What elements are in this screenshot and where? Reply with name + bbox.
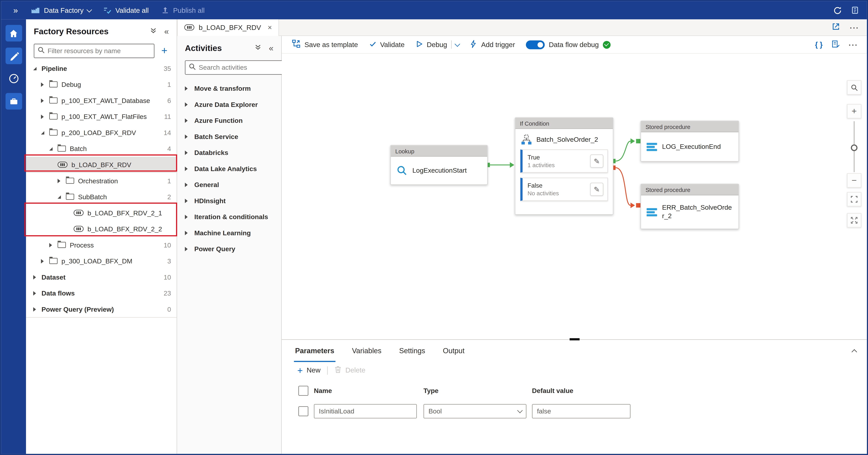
tree-item-pipeline[interactable]: Pipeline 35 <box>26 60 177 76</box>
activities-search-input[interactable] <box>199 64 284 71</box>
delete-parameter-button[interactable]: Delete <box>334 365 366 375</box>
select-all-checkbox[interactable] <box>298 386 308 396</box>
chevron-collapsed-icon[interactable] <box>33 289 41 297</box>
zoom-slider-thumb[interactable] <box>851 144 858 151</box>
chevron-collapsed-icon[interactable] <box>185 229 193 236</box>
add-resource-button[interactable]: + <box>158 44 171 58</box>
chevron-collapsed-icon[interactable] <box>185 245 193 252</box>
tree-item-orchestration[interactable]: Orchestration 1 <box>26 173 177 189</box>
author-nav-button[interactable] <box>5 47 22 64</box>
fit-to-screen-button[interactable] <box>847 192 861 206</box>
chevron-expanded-icon[interactable] <box>33 65 41 72</box>
zoom-in-button[interactable]: + <box>847 104 861 119</box>
tree-item-data-flows[interactable]: Data flows 23 <box>26 285 177 301</box>
tree-item-process[interactable]: Process 10 <box>26 237 177 253</box>
collapse-panel-icon[interactable]: « <box>269 43 273 52</box>
chevron-collapsed-icon[interactable] <box>185 165 193 172</box>
zoom-out-button[interactable]: − <box>847 173 861 188</box>
tree-item-b-load-bfx-rdv-2-2[interactable]: b_LOAD_BFX_RDV_2_2 <box>26 221 177 237</box>
chevron-collapsed-icon[interactable] <box>41 113 49 120</box>
collapse-panel-icon[interactable]: « <box>164 27 169 35</box>
chevron-collapsed-icon[interactable] <box>185 117 193 124</box>
debug-dropdown-icon[interactable] <box>455 41 460 46</box>
activity-node-if-condition[interactable]: If Condition Batch_SolveOrder_2 <box>515 117 613 215</box>
activity-category-hdinsight[interactable]: HDInsight <box>177 193 281 209</box>
chevron-collapsed-icon[interactable] <box>41 97 49 104</box>
save-as-template-button[interactable]: Save as template <box>292 39 358 50</box>
chevron-collapsed-icon[interactable] <box>185 149 193 156</box>
tree-item-p-100-ext-awlt-database[interactable]: p_100_EXT_AWLT_Database 6 <box>26 92 177 108</box>
tree-item-dataset[interactable]: Dataset 10 <box>26 269 177 285</box>
chevron-collapsed-icon[interactable] <box>185 197 193 204</box>
chevron-collapsed-icon[interactable] <box>185 181 193 188</box>
activity-category-batch-service[interactable]: Batch Service <box>177 128 281 144</box>
chevron-expanded-icon[interactable] <box>41 129 49 136</box>
chevron-collapsed-icon[interactable] <box>49 241 58 249</box>
canvas-search-button[interactable] <box>847 80 861 95</box>
tree-item-debug[interactable]: Debug 1 <box>26 76 177 93</box>
validate-button[interactable]: Validate <box>369 40 405 49</box>
monitor-nav-button[interactable] <box>5 70 22 87</box>
chevron-collapsed-icon[interactable] <box>58 177 66 185</box>
activity-category-azure-data-explorer[interactable]: Azure Data Explorer <box>177 96 281 112</box>
chevron-expanded-icon[interactable] <box>49 145 58 152</box>
tree-item-b-load-bfx-rdv-2-1[interactable]: b_LOAD_BFX_RDV_2_1 <box>26 205 177 221</box>
debug-button[interactable]: Debug <box>416 40 459 49</box>
chevron-collapsed-icon[interactable] <box>41 257 49 265</box>
home-nav-button[interactable] <box>5 25 22 41</box>
activity-node-stored-procedure-log[interactable]: Stored procedure LOG_ExecutionEnd <box>641 121 739 162</box>
collapse-all-icon[interactable] <box>150 26 157 36</box>
activity-category-databricks[interactable]: Databricks <box>177 144 281 161</box>
parameter-default-value-input[interactable] <box>532 404 630 418</box>
full-screen-icon[interactable] <box>832 23 840 32</box>
parameter-type-select[interactable]: Bool <box>424 404 527 418</box>
pipeline-canvas[interactable]: Lookup LogExecutionStart If Condition <box>282 54 867 339</box>
properties-icon[interactable] <box>831 40 840 50</box>
collapse-all-icon[interactable] <box>254 42 261 53</box>
publish-all-button[interactable]: Publish all <box>161 6 205 14</box>
resources-filter-input[interactable] <box>48 47 151 55</box>
code-view-icon[interactable]: { } <box>815 40 823 48</box>
chevron-collapsed-icon[interactable] <box>185 213 193 220</box>
tree-item-subbatch[interactable]: SubBatch 2 <box>26 189 177 205</box>
row-checkbox[interactable] <box>298 406 308 416</box>
chevron-collapsed-icon[interactable] <box>33 273 41 281</box>
activity-node-lookup[interactable]: Lookup LogExecutionStart <box>390 145 488 185</box>
tab-parameters[interactable]: Parameters <box>294 340 335 362</box>
activity-category-data-lake-analytics[interactable]: Data Lake Analytics <box>177 160 281 176</box>
activity-node-stored-procedure-err[interactable]: Stored procedure ERR_Batch_SolveOrder_2 <box>641 184 739 229</box>
auto-align-button[interactable] <box>847 213 861 227</box>
tree-item-batch[interactable]: Batch 4 <box>26 140 177 157</box>
activity-category-iteration-conditionals[interactable]: Iteration & conditionals <box>177 209 281 225</box>
validate-all-button[interactable]: Validate all <box>103 6 149 14</box>
tab-b-load-bfx-rdv[interactable]: b_LOAD_BFX_RDV × <box>177 19 279 36</box>
edit-pencil-icon[interactable]: ✎ <box>590 154 603 167</box>
chevron-collapsed-icon[interactable] <box>41 81 49 88</box>
tab-variables[interactable]: Variables <box>351 340 382 362</box>
chevron-collapsed-icon[interactable] <box>185 101 193 108</box>
edit-pencil-icon[interactable]: ✎ <box>590 183 603 196</box>
new-parameter-button[interactable]: + New <box>297 366 320 375</box>
chevron-collapsed-icon[interactable] <box>185 133 193 140</box>
refresh-icon[interactable] <box>833 6 842 15</box>
if-true-branch[interactable]: True 1 activities ✎ <box>521 150 608 173</box>
chevron-collapsed-icon[interactable] <box>185 85 193 92</box>
tab-more-options-icon[interactable]: ··· <box>850 24 859 31</box>
manage-nav-button[interactable] <box>5 93 22 109</box>
activity-category-azure-function[interactable]: Azure Function <box>177 112 281 129</box>
toolbar-more-options-icon[interactable]: ··· <box>849 41 858 48</box>
tree-item-b-load-bfx-rdv[interactable]: b_LOAD_BFX_RDV <box>26 157 177 173</box>
chevron-expanded-icon[interactable] <box>58 193 66 200</box>
tree-item-p-200-load-bfx-rdv[interactable]: p_200_LOAD_BFX_RDV 14 <box>26 125 177 141</box>
collapse-panel-chevron-icon[interactable] <box>852 346 867 356</box>
tab-settings[interactable]: Settings <box>398 340 426 362</box>
add-trigger-button[interactable]: Add trigger <box>470 40 515 50</box>
tab-output[interactable]: Output <box>442 340 466 362</box>
activity-category-move-transform[interactable]: Move & transform <box>177 80 281 96</box>
product-switcher[interactable]: Data Factory <box>31 6 91 14</box>
panel-resize-handle[interactable] <box>569 338 579 340</box>
if-false-branch[interactable]: False No activities ✎ <box>521 177 608 201</box>
tree-item-p-300-load-bfx-dm[interactable]: p_300_LOAD_BFX_DM 3 <box>26 253 177 269</box>
zoom-slider[interactable] <box>847 121 861 172</box>
activity-category-general[interactable]: General <box>177 176 281 193</box>
